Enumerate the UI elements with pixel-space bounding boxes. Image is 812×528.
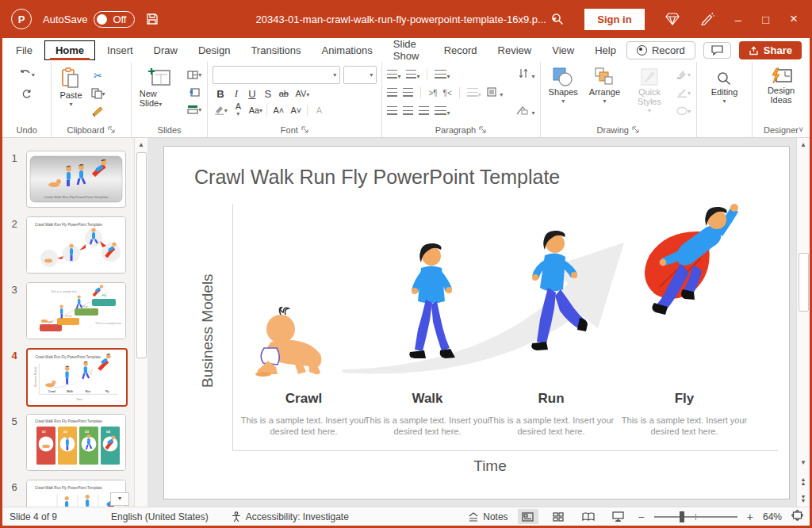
align-text-button[interactable] xyxy=(487,86,503,100)
stage-desc-walk[interactable]: This is a sample text. Insert your desir… xyxy=(363,415,492,437)
stage-desc-run[interactable]: This is a sample text. Insert your desir… xyxy=(487,415,615,437)
font-color-button[interactable]: A xyxy=(230,103,246,117)
slide-thumbnail-3[interactable]: This is a sample text This is a sample t… xyxy=(26,282,126,339)
tab-view[interactable]: View xyxy=(542,41,584,59)
zoom-in-button[interactable]: + xyxy=(747,511,753,523)
clear-formatting-button[interactable]: A xyxy=(311,103,327,117)
zoom-out-button[interactable]: − xyxy=(638,511,645,523)
align-right-button[interactable] xyxy=(419,104,429,118)
normal-view-button[interactable] xyxy=(518,509,538,524)
accessibility-status[interactable]: Accessibility: Investigate xyxy=(231,511,349,522)
format-painter-button[interactable] xyxy=(90,105,106,119)
paste-button[interactable]: Paste xyxy=(56,66,85,109)
undo-button[interactable] xyxy=(19,67,35,82)
change-case-button[interactable]: Aa xyxy=(247,103,263,117)
fit-slide-button[interactable] xyxy=(791,510,803,523)
thumbnail-pane-collapse-button[interactable]: ▾ xyxy=(110,492,129,506)
walk-man-figure[interactable] xyxy=(396,241,459,368)
stage-label-run[interactable]: Run xyxy=(488,391,615,407)
slide-thumbnail-4-selected[interactable]: Crawl Walk Run Fly PowerPoint Template B… xyxy=(26,348,128,407)
shadow-button[interactable]: S xyxy=(260,88,275,100)
tab-design[interactable]: Design xyxy=(188,41,240,59)
next-slide-button[interactable]: ▼▼ xyxy=(797,495,810,503)
bullets-button[interactable] xyxy=(387,67,400,82)
x-axis-label[interactable]: Time xyxy=(232,457,748,475)
stage-label-walk[interactable]: Walk xyxy=(364,391,491,407)
zoom-slider[interactable] xyxy=(654,516,737,518)
stage-label-fly[interactable]: Fly xyxy=(621,391,748,407)
slide-thumbnail-2[interactable]: Crawl Walk Run Fly PowerPoint Template xyxy=(26,216,126,274)
ltr-button[interactable]: >¶ xyxy=(428,89,437,98)
tab-insert[interactable]: Insert xyxy=(97,41,144,59)
notes-button[interactable]: Notes xyxy=(468,511,508,522)
redo-button[interactable] xyxy=(19,86,35,101)
decrease-font-button[interactable]: A˅ xyxy=(288,103,304,117)
align-center-button[interactable] xyxy=(403,104,413,118)
sign-in-button[interactable]: Sign in xyxy=(584,9,644,30)
slide-thumbnail-5[interactable]: Crawl Walk Run Fly PowerPoint Template 0… xyxy=(26,414,126,471)
tab-animations[interactable]: Animations xyxy=(312,41,383,59)
save-icon[interactable] xyxy=(146,13,159,25)
crawl-baby-figure[interactable] xyxy=(239,307,347,378)
tab-review[interactable]: Review xyxy=(488,41,542,59)
reading-view-button[interactable] xyxy=(578,509,599,524)
zoom-level[interactable]: 64% xyxy=(763,511,782,522)
thumb-scroll-up-icon[interactable]: ▲ xyxy=(135,141,147,148)
comments-button[interactable] xyxy=(703,42,731,59)
decrease-indent-button[interactable] xyxy=(387,86,397,100)
rtl-button[interactable]: ¶< xyxy=(443,89,452,98)
current-slide[interactable]: Crawl Walk Run Fly PowerPoint Template B… xyxy=(163,146,790,499)
font-name-select[interactable] xyxy=(213,66,340,84)
scroll-down-icon[interactable]: ▼ xyxy=(797,459,810,466)
close-button[interactable]: × xyxy=(790,11,798,27)
slide-sorter-button[interactable] xyxy=(548,509,569,524)
canvas-scrollbar[interactable]: ▲ ▼ ▲▲ ▼▼ xyxy=(796,138,810,507)
scroll-up-icon[interactable]: ▲ xyxy=(797,141,810,148)
increase-indent-button[interactable] xyxy=(403,86,413,100)
columns-button[interactable] xyxy=(467,86,481,100)
clipboard-dialog-launcher[interactable] xyxy=(108,126,116,134)
thumbnail-scrollbar[interactable]: ▲ xyxy=(134,138,147,507)
quick-styles-button[interactable]: Quick Styles xyxy=(628,66,671,116)
shape-fill-button[interactable] xyxy=(676,67,691,82)
slide-thumbnail-1[interactable]: Crawl Walk Run Fly PowerPoint Template xyxy=(26,151,126,208)
strikethrough-button[interactable]: ab xyxy=(276,89,291,98)
thumb-scroll-thumb[interactable] xyxy=(136,152,147,358)
editing-button[interactable]: Editing xyxy=(708,69,741,106)
cut-button[interactable]: ✂ xyxy=(90,68,106,82)
autosave-toggle[interactable]: Off xyxy=(94,11,135,28)
powerpoint-app-icon[interactable]: P xyxy=(11,9,32,29)
diamond-icon[interactable] xyxy=(665,13,680,25)
line-spacing-button[interactable] xyxy=(435,67,450,82)
layout-button[interactable] xyxy=(186,67,202,82)
zoom-slider-thumb[interactable] xyxy=(680,511,684,522)
tab-draw[interactable]: Draw xyxy=(144,41,188,59)
minimize-button[interactable]: – xyxy=(735,13,741,26)
arrange-button[interactable]: Arrange xyxy=(586,66,623,106)
stage-desc-fly[interactable]: This is a sample text. Insert your desir… xyxy=(620,415,749,437)
share-button[interactable]: Share xyxy=(739,41,802,59)
shape-outline-button[interactable] xyxy=(676,86,691,100)
previous-slide-button[interactable]: ▲▲ xyxy=(797,477,810,485)
new-slide-button[interactable]: New Slide xyxy=(136,66,182,109)
bold-button[interactable]: B xyxy=(213,88,228,100)
fly-man-figure[interactable] xyxy=(628,200,743,323)
search-icon[interactable] xyxy=(551,13,564,25)
collapse-ribbon-chevron-icon[interactable]: ˅ xyxy=(799,125,803,134)
shape-effects-button[interactable] xyxy=(676,104,691,118)
font-dialog-launcher[interactable] xyxy=(301,126,309,134)
numbering-button[interactable] xyxy=(406,67,419,82)
paragraph-dialog-launcher[interactable] xyxy=(479,126,487,134)
underline-button[interactable]: U xyxy=(244,88,259,100)
run-man-figure[interactable] xyxy=(513,226,588,361)
scroll-thumb[interactable] xyxy=(799,253,809,312)
justify-button[interactable] xyxy=(435,104,450,118)
maximize-button[interactable]: □ xyxy=(762,13,769,26)
highlight-color-button[interactable] xyxy=(213,103,228,117)
y-axis-label[interactable]: Business Models xyxy=(197,242,218,420)
copy-button[interactable] xyxy=(90,86,106,101)
drawing-dialog-launcher[interactable] xyxy=(632,126,640,134)
design-ideas-button[interactable]: Design Ideas xyxy=(757,66,805,106)
stage-desc-crawl[interactable]: This is a sample text. Insert your desir… xyxy=(239,415,368,437)
italic-button[interactable]: I xyxy=(228,87,243,100)
